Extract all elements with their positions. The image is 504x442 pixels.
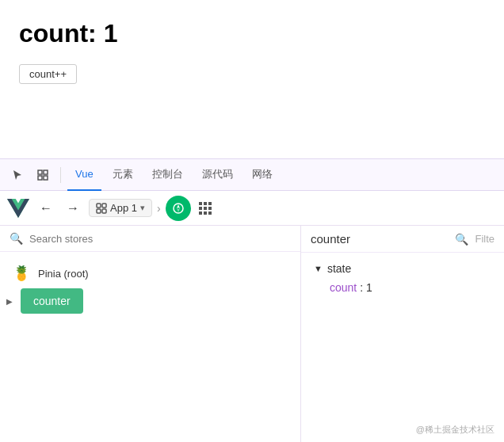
right-search-icon[interactable]: 🔍	[455, 233, 468, 246]
svg-rect-4	[97, 204, 101, 208]
toolbar-divider	[60, 167, 61, 183]
tab-console[interactable]: 控制台	[144, 159, 191, 191]
pinia-emoji: 🍍	[13, 265, 30, 282]
state-item: count : 1	[314, 281, 491, 294]
dropdown-arrow: ▾	[140, 203, 145, 213]
triangle-icon: ▼	[314, 264, 323, 273]
watermark: @稀土掘金技术社区	[416, 424, 494, 436]
search-input[interactable]	[29, 233, 291, 245]
search-icon: 🔍	[10, 232, 23, 245]
pinia-root-item[interactable]: 🍍 Pinia (root)	[0, 258, 300, 288]
pinia-root-label: Pinia (root)	[38, 268, 89, 280]
svg-rect-2	[38, 176, 42, 180]
state-section: ▼ state count : 1	[314, 262, 491, 294]
devtools-panel: Vue 元素 控制台 源代码 网络 ← →	[0, 158, 504, 442]
devtools-toolbar: Vue 元素 控制台 源代码 网络	[0, 159, 504, 191]
component-selector[interactable]: App 1 ▾	[89, 199, 152, 217]
tab-vue[interactable]: Vue	[67, 159, 101, 191]
search-bar: 🔍	[0, 226, 300, 252]
main-content: 🔍 🍍 Pinia (root) ▶ counter counter	[0, 226, 504, 442]
count-display: count: 1	[19, 19, 485, 48]
inspect-icon[interactable]	[32, 164, 54, 186]
tab-elements[interactable]: 元素	[105, 159, 141, 191]
svg-rect-1	[44, 170, 48, 174]
app-area: count: 1 count++	[0, 0, 504, 158]
filter-label: Filte	[475, 233, 494, 245]
state-header: ▼ state	[314, 262, 491, 275]
right-content: ▼ state count : 1	[301, 253, 504, 313]
store-list: 🍍 Pinia (root) ▶ counter	[0, 252, 300, 442]
store-row: ▶ counter	[0, 288, 300, 314]
right-panel-title: counter	[311, 232, 449, 246]
tab-sources[interactable]: 源代码	[194, 159, 241, 191]
counter-store-label: counter	[33, 295, 71, 307]
right-panel: counter 🔍 Filte ▼ state count : 1	[301, 226, 504, 442]
svg-rect-5	[102, 204, 106, 208]
svg-marker-9	[177, 204, 180, 208]
state-separator: :	[360, 281, 366, 294]
state-key: count	[330, 281, 357, 294]
tab-network[interactable]: 网络	[244, 159, 281, 191]
svg-rect-7	[102, 209, 106, 213]
compass-button[interactable]	[166, 196, 191, 221]
count-button[interactable]: count++	[19, 64, 77, 84]
vue-logo	[6, 196, 30, 220]
back-button[interactable]: ←	[35, 197, 57, 219]
right-header: counter 🔍 Filte	[301, 226, 504, 253]
forward-button[interactable]: →	[62, 197, 84, 219]
component-name: App 1	[110, 202, 137, 214]
svg-rect-6	[97, 209, 101, 213]
svg-rect-3	[44, 176, 48, 180]
counter-store-item[interactable]: counter	[21, 288, 83, 314]
vue-toolbar: ← → App 1 ▾ ›	[0, 191, 504, 226]
svg-marker-10	[177, 208, 180, 212]
breadcrumb-arrow: ›	[157, 202, 161, 215]
state-value: 1	[366, 281, 372, 294]
svg-rect-0	[38, 170, 42, 174]
left-arrow-icon: ▶	[6, 297, 13, 306]
left-panel: 🔍 🍍 Pinia (root) ▶ counter	[0, 226, 301, 442]
state-label: state	[327, 262, 351, 275]
cursor-icon[interactable]	[6, 164, 29, 186]
grid-icon[interactable]	[196, 199, 215, 218]
